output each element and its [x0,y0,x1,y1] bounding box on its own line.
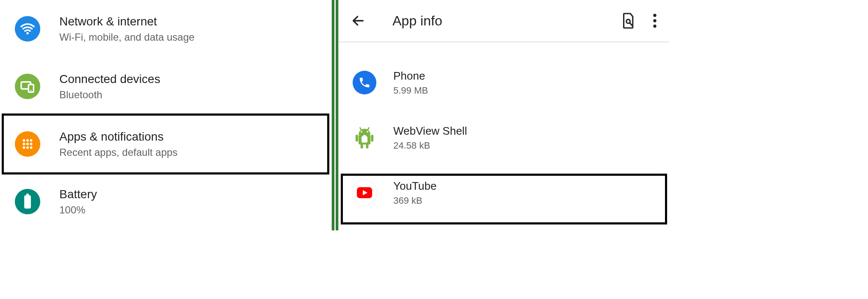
arrow-back-icon [351,14,365,28]
svg-line-26 [367,128,369,130]
find-in-page-icon [621,12,636,29]
svg-point-11 [26,147,29,149]
appinfo-panel: App info [338,0,669,230]
settings-item-title: Network & internet [59,14,195,29]
app-item-youtube[interactable]: YouTube 369 kB [339,165,669,220]
app-item-size: 5.99 MB [393,85,428,96]
settings-item-title: Apps & notifications [59,130,178,144]
svg-point-28 [367,131,368,133]
app-item-size: 24.58 kB [393,140,467,151]
svg-line-16 [630,23,632,25]
settings-item-subtitle: Recent apps, default apps [59,147,178,158]
svg-rect-24 [366,144,369,149]
svg-point-18 [653,19,656,22]
svg-point-10 [23,147,25,149]
phone-app-icon [352,70,377,95]
apps-grid-icon [15,131,40,157]
appinfo-header: App info [339,0,669,42]
settings-item-battery[interactable]: Battery 100% [0,173,331,230]
svg-point-27 [361,131,362,133]
page-title: App info [392,13,621,29]
wifi-icon [15,16,40,42]
settings-item-subtitle: 100% [59,204,97,216]
settings-item-connected-devices[interactable]: Connected devices Bluetooth [0,58,331,115]
app-item-name: Phone [393,69,428,83]
svg-point-12 [30,147,33,149]
svg-point-19 [653,25,656,28]
svg-rect-21 [356,135,358,141]
app-item-phone[interactable]: Phone 5.99 MB [339,55,669,110]
app-item-size: 369 kB [393,195,437,206]
battery-icon [15,189,40,214]
settings-item-subtitle: Bluetooth [59,89,160,101]
panel-divider [332,0,338,230]
svg-point-4 [23,139,25,142]
app-list: Phone 5.99 MB [339,42,669,220]
svg-point-3 [31,90,32,91]
settings-panel: Network & internet Wi-Fi, mobile, and da… [0,0,332,230]
svg-rect-22 [371,135,373,141]
settings-item-title: Battery [59,187,97,202]
svg-rect-29 [362,137,367,143]
svg-point-9 [30,143,33,145]
svg-point-0 [26,32,28,34]
svg-point-7 [23,143,25,145]
svg-point-5 [26,139,29,142]
search-in-page-button[interactable] [621,12,636,29]
settings-item-subtitle: Wi-Fi, mobile, and data usage [59,31,195,43]
settings-item-network[interactable]: Network & internet Wi-Fi, mobile, and da… [0,0,331,58]
svg-line-25 [360,128,362,130]
svg-point-6 [30,139,33,142]
settings-item-apps-notifications[interactable]: Apps & notifications Recent apps, defaul… [0,115,331,173]
more-options-button[interactable] [653,14,657,28]
app-item-name: WebView Shell [393,125,467,138]
svg-rect-14 [24,195,31,208]
svg-rect-23 [361,144,363,149]
back-button[interactable] [351,14,368,28]
more-vert-icon [653,14,657,28]
settings-item-title: Connected devices [59,72,160,86]
app-item-name: YouTube [393,180,437,193]
android-robot-icon [352,125,377,150]
svg-point-17 [653,14,656,17]
svg-point-8 [26,143,29,145]
youtube-app-icon [352,180,377,205]
app-item-webview-shell[interactable]: WebView Shell 24.58 kB [339,110,669,165]
connected-devices-icon [15,74,40,99]
